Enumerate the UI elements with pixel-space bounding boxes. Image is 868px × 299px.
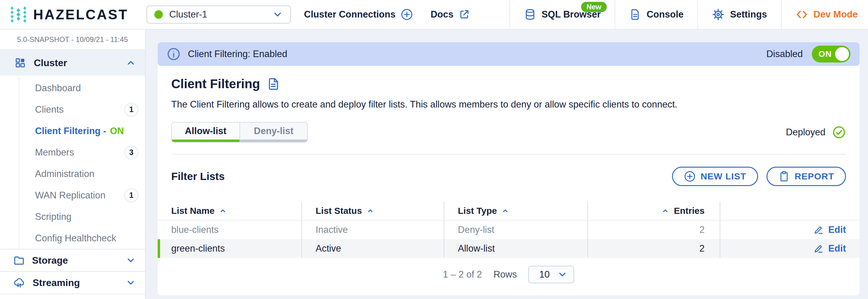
toggle-knob — [835, 47, 849, 61]
rows-per-page-value: 10 — [539, 269, 549, 280]
cloud-sync-icon — [13, 277, 25, 289]
clipboard-icon — [778, 171, 790, 182]
column-label: Entries — [674, 206, 705, 216]
cell-list-type: Deny-list — [458, 225, 494, 235]
cluster-connections-link[interactable]: Cluster Connections — [304, 8, 413, 21]
sidebar-item-label: Members — [35, 147, 74, 158]
hazelcast-logo-icon — [10, 6, 27, 23]
sidebar-streaming-label: Streaming — [33, 277, 80, 289]
settings-label: Settings — [730, 9, 767, 20]
count-badge: 1 — [124, 188, 138, 202]
info-icon — [167, 47, 181, 61]
section-divider — [171, 154, 846, 155]
top-header: HAZELCAST Cluster-1 Cluster Connections … — [0, 0, 868, 30]
edit-link[interactable]: Edit — [813, 225, 846, 235]
sidebar-section-streaming[interactable]: Streaming — [0, 271, 145, 294]
sidebar-item-clients[interactable]: Clients 1 — [35, 99, 145, 120]
sidebar: 5.0-SNAPSHOT - 10/09/21 - 11:45 Cluster … — [0, 30, 146, 299]
count-badge: 1 — [124, 103, 138, 117]
sidebar-item-client-filtering[interactable]: Client Filtering - ON — [35, 120, 145, 142]
page-title: Client Filtering — [171, 77, 260, 91]
gear-icon — [712, 8, 724, 21]
column-header-list-name[interactable]: List Name — [171, 206, 227, 216]
dev-mode-button[interactable]: Dev Mode — [781, 0, 868, 29]
folder-icon — [13, 255, 25, 266]
banner-message: Client Filtering: Enabled — [188, 49, 287, 60]
client-filtering-card: Client Filtering: Enabled Disabled ON Cl… — [158, 42, 860, 295]
new-list-button[interactable]: NEW LIST — [672, 167, 758, 186]
sort-caret-icon — [661, 207, 670, 215]
sidebar-item-label: Config Healthcheck — [35, 233, 116, 244]
grid-icon — [14, 57, 26, 68]
sidebar-item-config-healthcheck[interactable]: Config Healthcheck — [35, 228, 145, 249]
sidebar-item-wan-replication[interactable]: WAN Replication 1 — [35, 184, 145, 206]
console-label: Console — [647, 9, 683, 20]
cell-list-status: Inactive — [316, 225, 348, 235]
column-label: List Type — [458, 206, 497, 216]
deploy-status-label: Deployed — [786, 127, 826, 138]
edit-label: Edit — [828, 225, 846, 235]
plus-circle-icon — [684, 170, 696, 182]
client-filtering-on-status: ON — [110, 126, 124, 137]
edit-link[interactable]: Edit — [813, 243, 846, 254]
column-label: List Status — [316, 206, 362, 216]
cell-list-type: Allow-list — [458, 243, 495, 254]
cell-list-status: Active — [316, 243, 341, 254]
pencil-icon — [813, 225, 824, 235]
sidebar-storage-label: Storage — [32, 255, 68, 266]
column-header-list-status[interactable]: List Status — [316, 206, 374, 216]
tab-allow-list[interactable]: Allow-list — [172, 123, 240, 142]
chevron-down-icon — [126, 255, 136, 266]
code-brackets-icon — [796, 8, 808, 21]
sidebar-section-cluster[interactable]: Cluster — [0, 50, 145, 76]
sort-caret-icon — [366, 207, 374, 215]
cluster-select-value: Cluster-1 — [169, 9, 208, 20]
sidebar-item-administration[interactable]: Administration — [35, 163, 145, 184]
new-list-label: NEW LIST — [701, 171, 746, 181]
docs-link[interactable]: Docs — [431, 9, 470, 20]
sidebar-item-label: Administration — [35, 169, 94, 179]
cell-list-name: blue-clients — [171, 225, 219, 235]
settings-button[interactable]: Settings — [698, 0, 781, 29]
chevron-up-icon — [126, 58, 136, 68]
sidebar-item-members[interactable]: Members 3 — [35, 142, 145, 163]
hazelcast-logo: HAZELCAST — [10, 6, 128, 23]
filter-lists-title: Filter Lists — [171, 170, 225, 182]
sidebar-item-scripting[interactable]: Scripting — [35, 206, 145, 228]
rows-per-page-select[interactable]: 10 — [528, 266, 574, 283]
chevron-down-icon — [272, 9, 283, 20]
database-icon — [524, 8, 536, 21]
report-button[interactable]: REPORT — [767, 167, 846, 186]
sidebar-filler — [0, 294, 145, 299]
column-header-list-type[interactable]: List Type — [458, 206, 509, 216]
plus-circle-icon — [401, 8, 413, 21]
column-header-entries[interactable]: Entries — [661, 206, 705, 216]
toggle-label: Disabled — [766, 49, 803, 60]
pagination-range: 1 – 2 of 2 — [443, 269, 482, 280]
sidebar-item-dashboard[interactable]: Dashboard — [35, 77, 145, 99]
list-type-tabs: Allow-list Deny-list — [171, 122, 308, 143]
table-row-blue-clients[interactable]: blue-clients Inactive Deny-list 2 Edit — [158, 220, 860, 239]
cluster-status-dot-icon — [154, 10, 163, 19]
client-filtering-toggle[interactable]: ON — [812, 46, 850, 62]
dev-mode-label: Dev Mode — [814, 9, 858, 20]
page-description: The Client Filtering allows to create an… — [171, 99, 846, 110]
sidebar-section-storage[interactable]: Storage — [0, 249, 145, 271]
rows-per-page-label: Rows — [494, 269, 517, 280]
cluster-select[interactable]: Cluster-1 — [147, 5, 291, 24]
pencil-icon — [813, 243, 824, 254]
console-button[interactable]: Console — [615, 0, 698, 29]
sql-browser-button[interactable]: New SQL Browser — [509, 0, 615, 29]
table-row-green-clients[interactable]: green-clients Active Allow-list 2 Edit — [158, 239, 860, 258]
report-label: REPORT — [795, 171, 834, 181]
count-badge: 3 — [124, 146, 138, 159]
external-link-icon — [459, 9, 470, 20]
docs-label: Docs — [431, 9, 454, 20]
docs-page-icon[interactable] — [267, 77, 280, 91]
cell-entries: 2 — [700, 225, 705, 235]
deploy-status: Deployed — [786, 125, 846, 139]
sort-caret-icon — [219, 207, 227, 215]
sidebar-cluster-label: Cluster — [34, 57, 67, 68]
edit-label: Edit — [828, 243, 846, 254]
tab-deny-list[interactable]: Deny-list — [240, 123, 307, 142]
